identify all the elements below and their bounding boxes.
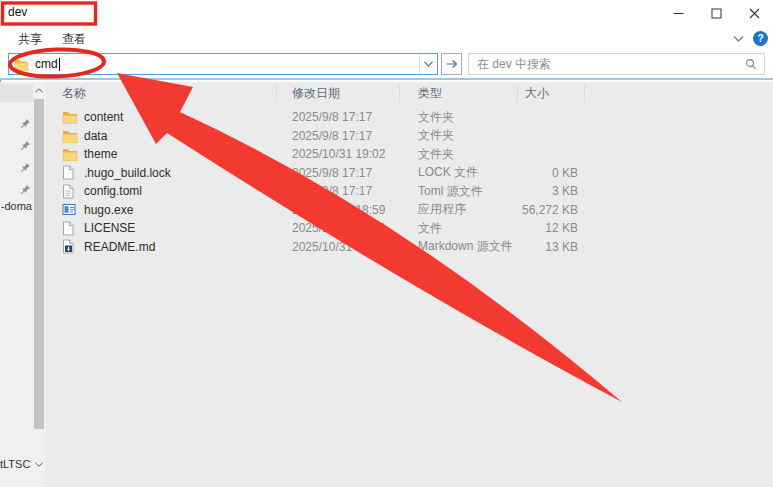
file-icon <box>62 165 78 180</box>
search-box[interactable]: 在 dev 中搜索 <box>468 53 765 75</box>
file-date: 2025/9/8 17:17 <box>277 129 400 143</box>
help-icon[interactable]: ? <box>753 31 768 46</box>
file-date: 2025/10/31 18:59 <box>277 240 400 254</box>
file-type: LOCK 文件 <box>400 164 518 181</box>
column-header-size[interactable]: 大小 <box>518 85 585 102</box>
file-name: .hugo_build.lock <box>84 166 171 180</box>
file-date: 2025/10/31 18:59 <box>277 203 400 217</box>
ribbon-collapse-chevron-icon[interactable] <box>733 35 744 43</box>
file-type: Toml 源文件 <box>400 183 518 200</box>
pin-icon[interactable] <box>20 162 31 173</box>
address-input[interactable]: cmd <box>35 57 58 71</box>
chevron-down-icon <box>424 61 433 67</box>
nav-item-truncated[interactable]: -doma <box>1 200 32 212</box>
nav-item-truncated-bottom[interactable]: tLTSC <box>0 458 30 470</box>
folder-icon <box>62 110 78 125</box>
pin-icon[interactable] <box>20 140 31 151</box>
title-bar[interactable]: dev <box>0 0 773 26</box>
file-date: 2025/9/8 17:17 <box>277 184 400 198</box>
chevron-down-icon <box>35 462 43 467</box>
folder-icon <box>14 58 29 71</box>
scrollbar-thumb[interactable] <box>34 99 44 429</box>
nav-scrollbar[interactable] <box>33 82 45 487</box>
search-icon[interactable] <box>745 58 757 70</box>
minimize-button[interactable] <box>659 0 697 26</box>
nav-item-highlight <box>0 84 33 102</box>
folder-icon <box>62 128 78 143</box>
file-row[interactable]: README.md2025/10/31 18:59Markdown 源文件13 … <box>45 238 773 257</box>
scroll-up-button[interactable] <box>33 82 45 98</box>
pin-icon[interactable] <box>20 184 31 195</box>
column-header-type[interactable]: 类型 <box>400 85 518 102</box>
content-area: -doma tLTSC 名称 修改日期 类型 大小 content2025/9/… <box>0 82 773 487</box>
file-type: 文件夹 <box>400 127 518 144</box>
file-date: 2025/10/31 19:02 <box>277 147 400 161</box>
tab-view[interactable]: 查看 <box>62 31 86 48</box>
file-row[interactable]: theme2025/10/31 19:02文件夹 <box>45 145 773 164</box>
column-headers: 名称 修改日期 类型 大小 <box>45 82 773 104</box>
toolbar: cmd 在 dev 中搜索 <box>0 50 773 80</box>
close-button[interactable] <box>735 0 773 26</box>
file-row[interactable]: content2025/9/8 17:17文件夹 <box>45 108 773 127</box>
ribbon-tab-row: 共享 查看 ? <box>0 26 773 50</box>
file-date: 2025/10/31 18:59 <box>277 221 400 235</box>
window-title: dev <box>8 5 27 19</box>
file-name: data <box>84 129 107 143</box>
file-type: 文件夹 <box>400 109 518 126</box>
file-size: 12 KB <box>518 221 578 235</box>
column-header-date[interactable]: 修改日期 <box>277 85 400 102</box>
file-size: 3 KB <box>518 184 578 198</box>
file-row[interactable]: LICENSE2025/10/31 18:59文件12 KB <box>45 219 773 238</box>
file-type: Markdown 源文件 <box>400 238 518 255</box>
app-icon <box>62 202 78 217</box>
md-icon <box>62 239 78 254</box>
file-icon <box>62 221 78 236</box>
window-controls <box>659 0 773 26</box>
pin-icon[interactable] <box>20 118 31 129</box>
file-name: config.toml <box>84 184 142 198</box>
file-type: 应用程序 <box>400 201 518 218</box>
file-date: 2025/9/8 17:17 <box>277 110 400 124</box>
folder-icon <box>62 147 78 162</box>
file-list-pane: 名称 修改日期 类型 大小 content2025/9/8 17:17文件夹da… <box>45 82 773 487</box>
maximize-icon <box>711 8 722 19</box>
file-size: 13 KB <box>518 240 578 254</box>
file-name: content <box>84 110 123 124</box>
close-icon <box>749 8 760 19</box>
file-name: LICENSE <box>84 221 135 235</box>
file-row[interactable]: .hugo_build.lock2025/9/8 17:17LOCK 文件0 K… <box>45 164 773 183</box>
scroll-down-button[interactable] <box>33 456 45 472</box>
doc-icon <box>62 184 78 199</box>
tab-share[interactable]: 共享 <box>18 31 42 48</box>
column-header-name[interactable]: 名称 <box>45 85 277 102</box>
file-name: hugo.exe <box>84 203 133 217</box>
maximize-button[interactable] <box>697 0 735 26</box>
file-name: README.md <box>84 240 155 254</box>
chevron-up-icon <box>35 88 43 93</box>
file-list: content2025/9/8 17:17文件夹data2025/9/8 17:… <box>45 108 773 256</box>
file-type: 文件夹 <box>400 146 518 163</box>
address-bar[interactable]: cmd <box>8 53 438 75</box>
file-date: 2025/9/8 17:17 <box>277 166 400 180</box>
address-dropdown-button[interactable] <box>420 61 437 67</box>
explorer-window: dev 共享 查看 ? cmd <box>0 0 773 487</box>
arrow-right-icon <box>446 59 458 69</box>
search-input[interactable]: 在 dev 中搜索 <box>477 56 745 73</box>
address-go-button[interactable] <box>441 53 462 75</box>
navigation-pane: -doma tLTSC <box>0 82 33 487</box>
minimize-icon <box>673 8 684 19</box>
file-row[interactable]: data2025/9/8 17:17文件夹 <box>45 127 773 146</box>
file-row[interactable]: config.toml2025/9/8 17:17Toml 源文件3 KB <box>45 182 773 201</box>
file-row[interactable]: hugo.exe2025/10/31 18:59应用程序56,272 KB <box>45 201 773 220</box>
text-cursor <box>59 58 60 71</box>
file-type: 文件 <box>400 220 518 237</box>
file-size: 0 KB <box>518 166 578 180</box>
file-name: theme <box>84 147 117 161</box>
file-size: 56,272 KB <box>518 203 578 217</box>
